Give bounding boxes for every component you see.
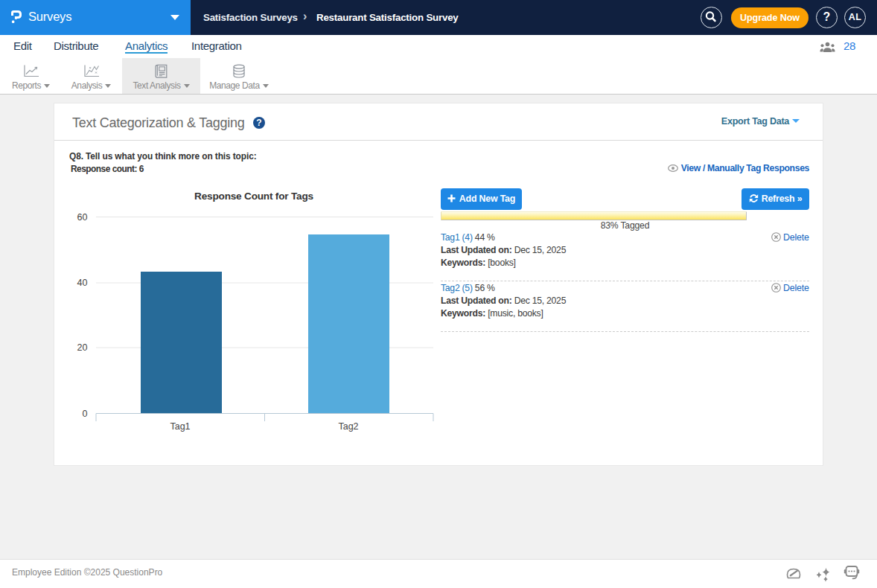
svg-text:Tag1: Tag1	[170, 421, 190, 432]
svg-text:60: 60	[77, 212, 88, 223]
svg-text:40: 40	[77, 278, 88, 288]
svg-text:20: 20	[77, 342, 88, 353]
svg-text:Response Count for Tags: Response Count for Tags	[194, 191, 313, 202]
svg-text:Tag2: Tag2	[338, 421, 358, 432]
svg-text:0: 0	[83, 409, 88, 419]
